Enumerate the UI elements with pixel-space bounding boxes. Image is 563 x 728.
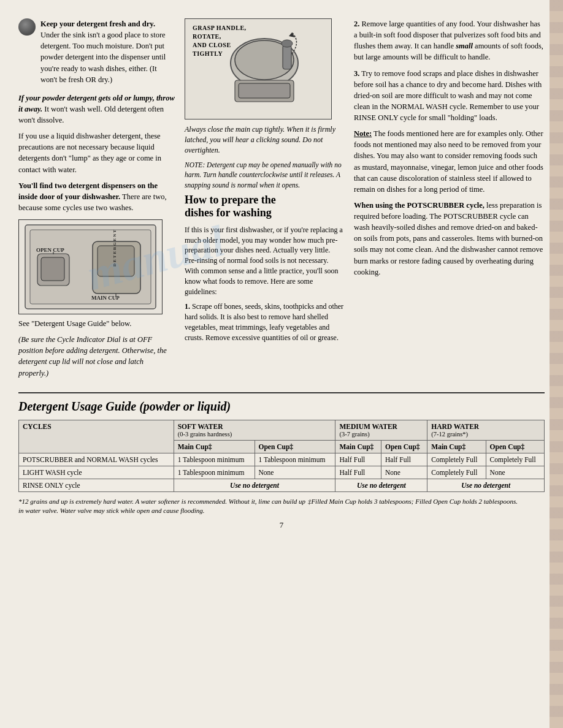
right-edge-decoration [550, 0, 563, 728]
med-open-header: Open Cup‡ [381, 440, 427, 453]
image-label-line2: ROTATE, [193, 33, 221, 40]
hard-open-header: Open Cup‡ [486, 440, 544, 453]
item1-text: Scrape off bones, seeds, skins, toothpic… [185, 302, 343, 341]
table-row: POTSCRUBBER and NORMAL WASH cycles 1 Tab… [19, 453, 545, 466]
svg-rect-17 [239, 83, 290, 98]
detergent-table: CYCLES SOFT WATER (0-3 grains hardness) … [18, 420, 545, 492]
svg-rect-5 [41, 257, 64, 281]
how-to-line1: How to prepare the [185, 194, 276, 206]
light-med-main: Half Full [335, 466, 381, 479]
see-italic: (Be sure the Cycle Indicator Dial is at … [18, 334, 175, 379]
para1: Keep your detergent fresh and dry. Under… [40, 18, 175, 85]
medium-water-header: MEDIUM WATER (3-7 grains) [335, 420, 427, 440]
svg-text:MAIN CUP: MAIN CUP [91, 295, 120, 301]
footnote-right: ‡Filled Main Cup holds 3 tablespoons; Fi… [308, 497, 545, 516]
rinse-hard-no-det: Use no detergent [427, 479, 545, 491]
item2: 2. Remove large quantities of any food. … [354, 18, 545, 63]
para3: If you use a liquid dishwasher detergent… [18, 131, 175, 175]
potscrubber-soft-main: 1 Tablespoon minimum [174, 453, 255, 466]
svg-text:DETERGENT: DETERGENT [112, 229, 117, 267]
how-to-line2: dishes for washing [185, 207, 272, 219]
see-caption: See "Detergent Usage Guide" below. [18, 318, 175, 329]
potscrubber-med-main: Half Full [335, 453, 381, 466]
page-number: 7 [18, 515, 545, 536]
svg-marker-15 [289, 32, 295, 37]
image-label-line1: GRASP HANDLE, [193, 25, 247, 31]
left-column: Keep your detergent fresh and dry. Under… [18, 18, 175, 379]
cycles-header: CYCLES [19, 420, 174, 453]
svg-point-14 [282, 40, 293, 47]
dispenser-diagram: DETERGENT OPEN CUP MAIN CUP [18, 219, 163, 314]
handle-image: GRASP HANDLE, ROTATE, AND CLOSE TIGHTLY [185, 18, 332, 119]
table-section: Detergent Usage Guide (powder or liquid)… [18, 392, 545, 516]
item1-num: 1. [185, 302, 190, 311]
rinse-soft-no-det: Use no detergent [174, 479, 335, 491]
table-footnote: *12 grains and up is extremely hard wate… [18, 497, 545, 516]
para1-text: Under the sink isn't a good place to sto… [40, 31, 166, 84]
svg-text:OPEN CUP: OPEN CUP [36, 247, 64, 253]
potscrubber-hard-main: Completely Full [427, 453, 486, 466]
image-label-line4: TIGHTLY [193, 50, 223, 57]
image-label-line3: AND CLOSE [193, 42, 231, 48]
med-main-header: Main Cup‡ [335, 440, 381, 453]
light-soft-main: 1 Tablespoon minimum [174, 466, 255, 479]
potscrubber-med-open: Half Full [381, 453, 427, 466]
footnote-left: *12 grains and up is extremely hard wate… [18, 497, 308, 516]
potscrubber-cycle-label: POTSCRUBBER and NORMAL WASH cycles [19, 453, 174, 466]
disc-icon [18, 18, 36, 36]
item1: 1. Scrape off bones, seeds, skins, tooth… [185, 301, 344, 343]
item3: 3. Try to remove food scraps and place d… [354, 68, 545, 124]
light-hard-open: None [486, 466, 544, 479]
light-med-open: None [381, 466, 427, 479]
light-hard-main: Completely Full [427, 466, 486, 479]
item2-italic: small [456, 42, 473, 50]
middle-column: GRASP HANDLE, ROTATE, AND CLOSE TIGHTLY [185, 18, 344, 379]
para4: You'll find two detergent dispensers on … [18, 180, 175, 213]
para2: If your powder detergent gets old or lum… [18, 93, 175, 126]
table-header-row: CYCLES SOFT WATER (0-3 grains hardness) … [19, 420, 545, 440]
hard-water-header: HARD WATER (7-12 grains*) [427, 420, 545, 440]
potscrubber-soft-open: 1 Tablespoon minimum [255, 453, 335, 466]
how-to-heading: How to prepare the dishes for washing [185, 194, 344, 220]
dispenser-diagram-svg: DETERGENT OPEN CUP MAIN CUP [19, 220, 162, 314]
para1-bold: Keep your detergent fresh and dry. [40, 20, 155, 28]
potscrubber-text: less preparation is required before load… [354, 201, 543, 276]
hard-main-header: Main Cup‡ [427, 440, 486, 453]
rinse-med-no-det: Use no detergent [335, 479, 427, 491]
note-label: Note: [354, 129, 372, 138]
soft-water-header: SOFT WATER (0-3 grains hardness) [174, 420, 335, 440]
potscrubber-para: When using the POTSCRUBBER cycle, less p… [354, 200, 545, 278]
table-row: LIGHT WASH cycle 1 Tablespoon minimum No… [19, 466, 545, 479]
table-row: RINSE ONLY cycle Use no detergent Use no… [19, 479, 545, 491]
svg-rect-13 [283, 45, 291, 69]
item3-text: Try to remove food scraps and place dish… [354, 69, 542, 123]
image-label: GRASP HANDLE, ROTATE, AND CLOSE TIGHTLY [193, 24, 247, 58]
light-wash-cycle-label: LIGHT WASH cycle [19, 466, 174, 479]
soft-open-header: Open Cup‡ [255, 440, 335, 453]
how-to-intro: If this is your first dishwasher, or if … [185, 225, 344, 297]
potscrubber-hard-open: Completely Full [486, 453, 544, 466]
note-para: Note: The foods mentioned here are for e… [354, 128, 545, 195]
potscrubber-bold: When using the POTSCRUBBER cycle, [354, 201, 484, 210]
light-soft-open: None [255, 466, 335, 479]
rinse-only-cycle-label: RINSE ONLY cycle [19, 479, 174, 491]
item2-num: 2. [354, 20, 359, 28]
item3-num: 3. [354, 69, 359, 78]
right-column: 2. Remove large quantities of any food. … [354, 18, 545, 379]
soft-main-header: Main Cup‡ [174, 440, 255, 453]
main-cup-caption: Always close the main cup tightly. When … [185, 124, 344, 155]
note-text: The foods mentioned here are for example… [354, 129, 543, 194]
table-title: Detergent Usage Guide (powder or liquid) [18, 400, 545, 414]
top-section: Keep your detergent fresh and dry. Under… [18, 18, 545, 379]
detergent-cup-note: NOTE: Detergent cup may be opened manual… [185, 160, 344, 189]
section-heading: How to prepare the dishes for washing [185, 194, 344, 220]
